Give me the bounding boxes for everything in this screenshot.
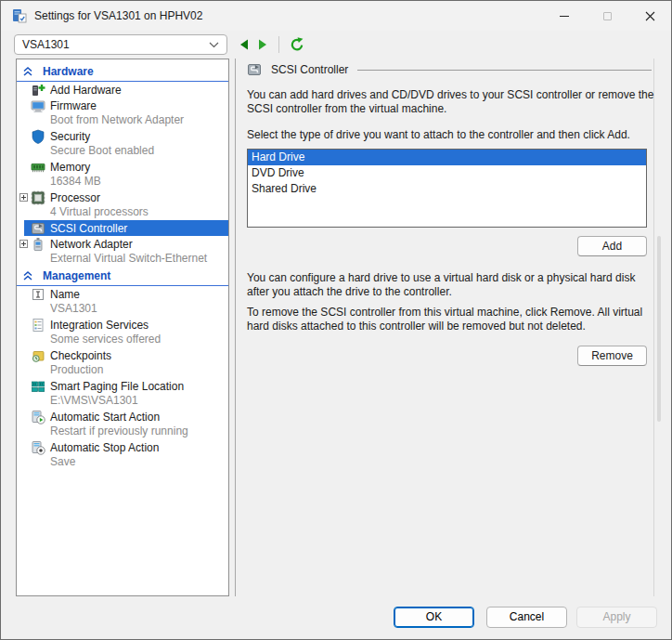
scsi-controller-icon — [247, 62, 262, 77]
toolbar-separator — [278, 36, 279, 53]
item-label: Automatic Stop Action — [50, 441, 159, 454]
maximize-icon — [603, 12, 612, 20]
sidebar-item-firmware[interactable]: Firmware — [17, 98, 228, 113]
settings-window: { "window": { "title": "Settings for VSA… — [0, 0, 672, 640]
minimize-icon — [560, 16, 569, 17]
drive-option-hard-drive[interactable]: Hard Drive — [248, 150, 646, 165]
panel-divider — [235, 59, 236, 596]
sidebar-item-add-hardware[interactable]: Add Hardware — [17, 82, 228, 98]
sidebar-sub-smart-paging: E:\VMS\VSA1301 — [17, 394, 228, 409]
sidebar-item-processor[interactable]: Processor — [17, 189, 228, 205]
nav-buttons — [239, 34, 304, 55]
add-button[interactable]: Add — [577, 236, 647, 256]
sidebar-sub-checkpoints: Production — [17, 363, 228, 378]
sidebar-item-automatic-start[interactable]: Automatic Start Action — [17, 409, 228, 424]
forward-icon — [259, 40, 266, 50]
window-controls — [543, 1, 671, 31]
drive-option-shared-drive[interactable]: Shared Drive — [248, 181, 646, 197]
select-hint-text: Select the type of drive you want to att… — [247, 128, 655, 142]
item-label: SCSI Controller — [50, 222, 127, 235]
chevron-down-icon — [209, 42, 219, 48]
drive-option-dvd-drive[interactable]: DVD Drive — [248, 165, 646, 181]
section-title: Management — [43, 269, 110, 282]
sidebar-sub-processor: 4 Virtual processors — [17, 205, 228, 220]
automatic-stop-icon — [31, 440, 45, 455]
maximize-button — [586, 1, 628, 31]
sidebar-item-checkpoints[interactable]: Checkpoints — [17, 347, 228, 363]
sidebar-item-security[interactable]: Security — [17, 128, 228, 144]
processor-icon — [31, 190, 45, 205]
section-header-management[interactable]: Management — [17, 267, 228, 286]
smart-paging-icon — [31, 379, 45, 394]
sidebar-sub-firmware: Boot from Network Adapter — [17, 113, 228, 128]
close-button[interactable] — [628, 1, 671, 31]
scsi-controller-icon — [31, 221, 45, 236]
sidebar-item-memory[interactable]: Memory — [17, 159, 228, 175]
hyperv-settings-icon — [12, 8, 27, 23]
remove-hint-text: To remove the SCSI controller from this … — [247, 306, 655, 333]
integration-services-icon — [31, 318, 45, 333]
footer: OK Cancel Apply — [1, 601, 671, 640]
item-label: Network Adapter — [50, 238, 133, 251]
apply-button: Apply — [576, 607, 657, 628]
collapse-icon — [23, 271, 32, 281]
checkpoints-icon — [31, 348, 45, 363]
vm-selector-dropdown[interactable]: VSA1301 — [14, 34, 227, 55]
drive-type-listbox[interactable]: Hard Drive DVD Drive Shared Drive — [247, 149, 647, 228]
item-label: Name — [50, 288, 80, 301]
scrollbar-thumb[interactable] — [657, 236, 661, 422]
sidebar-sub-integration-services: Some services offered — [17, 333, 228, 347]
sidebar-sub-security: Secure Boot enabled — [17, 144, 228, 159]
sidebar-sub-memory: 16384 MB — [17, 175, 228, 189]
item-label: Checkpoints — [50, 349, 111, 362]
security-shield-icon — [31, 129, 45, 144]
ok-button[interactable]: OK — [394, 607, 474, 628]
network-adapter-icon — [31, 237, 45, 252]
firmware-icon — [31, 98, 45, 113]
sidebar-sub-name: VSA1301 — [17, 302, 228, 317]
sidebar-item-network-adapter[interactable]: Network Adapter — [17, 236, 228, 252]
expand-plus-icon[interactable] — [19, 193, 28, 202]
add-hardware-icon — [31, 83, 45, 98]
cancel-button[interactable]: Cancel — [486, 607, 567, 628]
settings-sidebar: Hardware Add Hardware Firmware Boot from… — [16, 59, 229, 596]
header-rule — [357, 70, 652, 71]
item-label: Smart Paging File Location — [50, 380, 184, 393]
window-title: Settings for VSA1301 on HPHV02 — [34, 9, 202, 22]
refresh-icon — [292, 40, 302, 49]
expand-plus-icon[interactable] — [19, 240, 28, 248]
remove-button[interactable]: Remove — [577, 346, 647, 366]
automatic-start-icon — [31, 410, 45, 424]
scsi-controller-panel: SCSI Controller You can add hard drives … — [247, 59, 653, 596]
back-button[interactable] — [239, 39, 251, 50]
section-title: Hardware — [43, 65, 94, 78]
minimize-button[interactable] — [543, 1, 586, 31]
toolbar: VSA1301 — [1, 31, 671, 59]
item-label: Memory — [50, 161, 90, 174]
collapse-icon — [23, 67, 32, 76]
vm-selector-value: VSA1301 — [22, 38, 70, 51]
titlebar: Settings for VSA1301 on HPHV02 — [1, 1, 671, 31]
intro-text: You can add hard drives and CD/DVD drive… — [247, 88, 655, 116]
section-header-hardware[interactable]: Hardware — [17, 62, 228, 82]
panel-title: SCSI Controller — [271, 63, 348, 76]
item-label: Integration Services — [50, 319, 149, 332]
forward-button[interactable] — [256, 39, 268, 50]
sidebar-item-integration-services[interactable]: Integration Services — [17, 317, 228, 333]
sidebar-item-automatic-stop[interactable]: Automatic Stop Action — [17, 439, 228, 455]
name-icon — [31, 287, 45, 302]
sidebar-sub-network-adapter: External Virtual Switch-Ethernet — [17, 252, 228, 267]
refresh-button[interactable] — [290, 37, 304, 52]
configure-hint-text: You can configure a hard drive to use a … — [247, 271, 655, 299]
sidebar-item-scsi-controller[interactable]: SCSI Controller — [24, 220, 228, 236]
remove-button-row: Remove — [247, 346, 647, 366]
sidebar-item-smart-paging[interactable]: Smart Paging File Location — [17, 378, 228, 394]
item-label: Processor — [50, 191, 100, 204]
panel-header: SCSI Controller — [247, 62, 653, 77]
sidebar-item-name[interactable]: Name — [17, 286, 228, 302]
sidebar-sub-automatic-stop: Save — [17, 455, 228, 470]
close-icon — [645, 11, 655, 21]
memory-icon — [31, 160, 45, 175]
item-label: Security — [50, 130, 90, 143]
item-label: Add Hardware — [50, 84, 122, 97]
